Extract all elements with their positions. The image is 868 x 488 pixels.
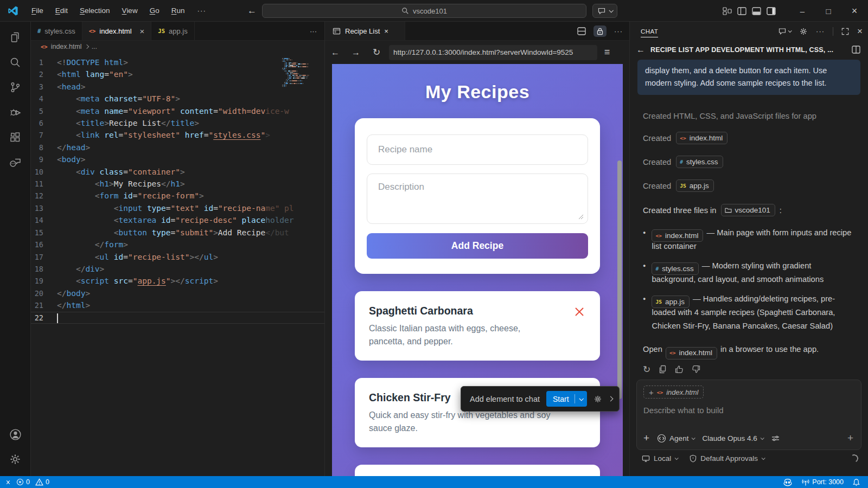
- chat-maximize-icon[interactable]: [841, 28, 849, 35]
- code-line[interactable]: 22: [31, 312, 324, 324]
- file-chip-app-js[interactable]: JSapp.js: [652, 296, 689, 308]
- code-line[interactable]: 20</body>: [31, 287, 324, 299]
- open-chat-editor-icon[interactable]: [852, 46, 860, 54]
- code-line[interactable]: 4 <meta charset="UTF-8">: [31, 93, 324, 105]
- retry-icon[interactable]: ↻: [643, 364, 650, 375]
- history-back-icon[interactable]: ←: [247, 5, 257, 16]
- chat-mode-icon[interactable]: [778, 27, 791, 36]
- url-input[interactable]: http://127.0.0.1:3000/index.html?serverW…: [389, 45, 597, 60]
- run-debug-icon[interactable]: [2, 100, 28, 125]
- accounts-icon[interactable]: [2, 422, 28, 447]
- copilot-titlebar-button[interactable]: [592, 4, 617, 18]
- code-line[interactable]: 6 <title>Recipe List</title>: [31, 117, 324, 129]
- chat-view-icon[interactable]: [2, 150, 28, 175]
- code-line[interactable]: 14 <textarea id="recipe-desc" placeholde…: [31, 214, 324, 226]
- menu-file[interactable]: FFileile: [27, 4, 48, 17]
- chat-panel-title[interactable]: CHAT: [641, 23, 658, 40]
- folder-chip[interactable]: vscode101: [721, 204, 775, 216]
- code-line[interactable]: 19 <script src="app.js"></script>: [31, 275, 324, 287]
- delete-recipe-icon[interactable]: [574, 306, 585, 317]
- chat-settings-gear-icon[interactable]: [799, 27, 808, 36]
- split-editor-icon[interactable]: [577, 27, 586, 35]
- toggle-secondary-sidebar-icon[interactable]: [767, 7, 776, 15]
- context-chip-index-html[interactable]: + <> index.html: [643, 386, 704, 399]
- recipe-name-input[interactable]: [367, 134, 588, 165]
- tab-app-js[interactable]: JS app.js: [151, 22, 194, 40]
- copilot-status-icon[interactable]: [783, 478, 793, 486]
- code-line[interactable]: 5 <meta name="viewport" content="width=d…: [31, 105, 324, 117]
- browser-menu-icon[interactable]: ≡: [597, 47, 617, 58]
- toggle-sidebar-icon[interactable]: [737, 7, 746, 15]
- menu-go[interactable]: Go: [145, 4, 164, 17]
- code-line[interactable]: 7 <link rel="stylesheet" href="styles.cs…: [31, 129, 324, 141]
- code-line[interactable]: 10 <div class="container">: [31, 166, 324, 178]
- recipe-description-textarea[interactable]: [367, 174, 588, 224]
- chat-back-icon[interactable]: ←: [636, 45, 645, 55]
- tab-styles-css[interactable]: # styles.css: [31, 22, 82, 40]
- source-control-icon[interactable]: [2, 75, 28, 100]
- extensions-icon[interactable]: [2, 125, 28, 150]
- command-center-search[interactable]: vscode101: [262, 4, 586, 18]
- code-line[interactable]: 8</head>: [31, 142, 324, 153]
- browser-forward-icon[interactable]: →: [346, 48, 366, 57]
- toggle-panel-icon[interactable]: [752, 7, 761, 15]
- file-chip-app-js[interactable]: JSapp.js: [676, 179, 713, 192]
- overlay-next-icon[interactable]: [609, 397, 612, 401]
- start-dropdown[interactable]: [575, 397, 587, 401]
- warnings-indicator[interactable]: 0: [35, 478, 49, 486]
- browser-back-icon[interactable]: ←: [325, 48, 346, 57]
- code-line[interactable]: 1<!DOCTYPE html>: [31, 56, 324, 68]
- close-tab-icon[interactable]: ×: [384, 27, 388, 35]
- start-button[interactable]: Start: [546, 391, 587, 407]
- editor-actions-more[interactable]: ···: [310, 27, 317, 35]
- thumbs-up-icon[interactable]: [675, 365, 684, 374]
- close-tab-icon[interactable]: ×: [140, 27, 145, 36]
- menu-selection[interactable]: Selection: [75, 4, 115, 17]
- lock-toggle[interactable]: [593, 25, 607, 37]
- breadcrumb[interactable]: <> index.html ...: [31, 41, 324, 53]
- code-line[interactable]: 17 <ul id="recipe-list"></ul>: [31, 251, 324, 263]
- remote-indicator-icon[interactable]: [5, 481, 11, 484]
- code-line[interactable]: 18 </div>: [31, 263, 324, 275]
- browser-more-actions[interactable]: ···: [614, 27, 623, 35]
- attach-plus-icon[interactable]: +: [643, 432, 649, 444]
- tab-index-html[interactable]: <> index.html ×: [82, 22, 152, 40]
- code-line[interactable]: 2<html lang="en">: [31, 68, 324, 80]
- menu-overflow[interactable]: ···: [192, 4, 212, 17]
- chat-close-icon[interactable]: ×: [857, 26, 863, 37]
- file-chip-index-html[interactable]: <>index.html: [666, 347, 717, 359]
- chat-input-placeholder[interactable]: Describe what to build: [643, 406, 854, 415]
- file-chip-styles-css[interactable]: #styles.css: [676, 156, 723, 168]
- thumbs-down-icon[interactable]: [692, 365, 700, 374]
- minimize-button[interactable]: –: [791, 0, 814, 22]
- menu-run[interactable]: Run: [167, 4, 190, 17]
- send-plus-icon[interactable]: +: [847, 432, 853, 444]
- settings-gear-icon[interactable]: [2, 447, 28, 472]
- chat-input-box[interactable]: + <> index.html Describe what to build +…: [636, 380, 861, 450]
- menu-view[interactable]: View: [117, 4, 143, 17]
- browser-reload-icon[interactable]: ↻: [366, 47, 387, 58]
- code-line[interactable]: 12 <form id="recipe-form">: [31, 190, 324, 202]
- code-line[interactable]: 3<head>: [31, 81, 324, 93]
- maximize-button[interactable]: □: [817, 0, 840, 22]
- code-line[interactable]: 9<body>: [31, 153, 324, 165]
- approvals-picker[interactable]: Default Approvals: [690, 454, 764, 463]
- search-view-icon[interactable]: [2, 50, 28, 75]
- explorer-icon[interactable]: [2, 25, 28, 50]
- code-line[interactable]: 15 <button type="submit">Add Recipe</but: [31, 227, 324, 239]
- port-indicator[interactable]: Port: 3000: [801, 478, 844, 486]
- close-window-button[interactable]: ×: [843, 0, 866, 22]
- textarea-resize-handle[interactable]: [578, 214, 584, 220]
- code-line[interactable]: 13 <input type="text" id="recipe-name" p…: [31, 202, 324, 214]
- file-chip-index-html[interactable]: <>index.html: [652, 229, 703, 242]
- code-editor[interactable]: 1<!DOCTYPE html>2<html lang="en">3<head>…: [31, 53, 324, 324]
- customize-layout-icon[interactable]: [723, 7, 732, 15]
- target-picker[interactable]: Local: [642, 454, 678, 463]
- model-picker[interactable]: Claude Opus 4.6: [702, 434, 763, 442]
- chat-more-actions[interactable]: ···: [816, 27, 825, 35]
- file-chip-styles-css[interactable]: #styles.css: [652, 262, 698, 275]
- code-line[interactable]: 16 </form>: [31, 239, 324, 251]
- code-line[interactable]: 11 <h1>My Recipes</h1>: [31, 178, 324, 190]
- browser-scrollbar-thumb[interactable]: [617, 160, 622, 399]
- tools-sliders-icon[interactable]: [771, 434, 780, 442]
